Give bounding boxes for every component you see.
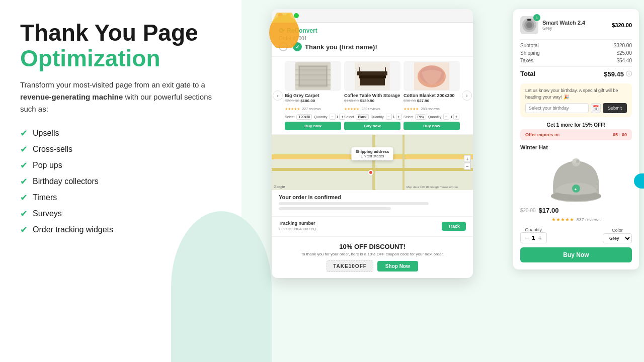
map-zoom: + −	[464, 155, 471, 170]
product-price-table: $150.00 $139.50	[344, 99, 400, 103]
product-carousel: ‹	[272, 57, 473, 135]
svg-rect-11	[359, 75, 386, 78]
subtext: Transform your most-visited page from an…	[20, 79, 221, 115]
birthday-input[interactable]	[525, 103, 589, 113]
tracking-section: Tracking number CJPCI909043087YQ Track	[272, 217, 473, 236]
svg-rect-14	[385, 67, 386, 71]
order-item-image: 1	[520, 16, 538, 34]
qty-minus-blanket[interactable]: −	[443, 114, 449, 120]
tracking-label: Tracking number	[279, 221, 316, 226]
tracking-row: Tracking number CJPCI909043087YQ Track	[279, 221, 466, 231]
qty-minus-carpet[interactable]: −	[330, 114, 336, 120]
check-icon: ✔	[20, 128, 28, 139]
product-image-carpet	[285, 61, 341, 91]
discount-title: 10% OFF DISCOUNT!	[279, 243, 466, 250]
color-control: Color Grey	[603, 228, 632, 243]
list-item: ✔Cross-sells	[20, 141, 221, 157]
product-price-carpet: $200.00 $186.00	[285, 99, 341, 103]
qty-plus-table[interactable]: +	[396, 114, 402, 120]
list-item: ✔Pop ups	[20, 157, 221, 173]
tracking-number: CJPCI909043087YQ	[279, 227, 316, 231]
track-button[interactable]: Track	[442, 222, 466, 231]
product-card-blanket: Cotton Blanket 200x300 $30.00 $27.90 ★★★…	[404, 61, 460, 130]
check-icon: ✔	[20, 144, 28, 155]
right-area: ⟳ ReConvert Order #1001 ○ ✓ Thank you (f…	[242, 0, 644, 362]
winter-hat-title: Winter Hat	[520, 144, 632, 150]
svg-rect-21	[527, 19, 531, 21]
discount-row: TAKE10OFF Shop Now	[279, 260, 466, 272]
summary-row-subtotal: Subtotal $320.00	[520, 43, 632, 48]
google-label: Google	[274, 185, 285, 189]
list-item: ✔Timers	[20, 190, 221, 206]
order-info: Order #1001	[279, 36, 466, 41]
zoom-out-btn[interactable]: −	[464, 163, 471, 170]
hat-rating-row: ★★★★★ 837 reviews	[520, 214, 632, 223]
hat-image: ✦	[546, 153, 606, 204]
color-select[interactable]: Grey	[603, 233, 632, 243]
hat-stars: ★★★★★	[551, 217, 574, 222]
heading-line1: Thank You Page Optimization	[20, 20, 221, 71]
product-stars-blanket: ★★★★★ 283 reviews	[404, 103, 460, 112]
svg-text:✦: ✦	[574, 188, 577, 191]
product-price-blanket: $30.00 $27.90	[404, 99, 460, 103]
buy-btn-carpet[interactable]: Buy now	[285, 122, 341, 130]
tracking-info: Tracking number CJPCI909043087YQ	[279, 221, 316, 231]
order-confirmed-section: Your order is confirmed	[272, 190, 473, 217]
discount-subtitle: To thank you for your order, here is a 1…	[279, 252, 466, 256]
line-placeholder	[279, 202, 429, 205]
check-icon: ✔	[20, 208, 28, 219]
carousel-arrow-right[interactable]: ›	[462, 90, 472, 101]
upsell-banner: Get 1 more for 15% OFF!	[520, 122, 632, 128]
item-badge: 1	[533, 14, 540, 21]
decorative-orange-shape	[267, 8, 302, 50]
shop-now-button[interactable]: Shop Now	[377, 261, 418, 272]
svg-point-27	[573, 159, 577, 163]
hat-reviews: 837 reviews	[577, 217, 601, 222]
discount-section: 10% OFF DISCOUNT! To thank you for your …	[272, 236, 473, 278]
quantity-stepper: − 1 +	[520, 232, 547, 243]
birthday-submit-button[interactable]: Submit	[603, 103, 627, 113]
select-row-table: Select Black Quantity − 1 +	[344, 114, 400, 120]
reconvert-logo: ⟳ ReConvert	[279, 27, 466, 35]
map-background: Shipping address United states + − Googl…	[272, 135, 473, 190]
item-name: Smart Watch 2.4	[542, 20, 585, 26]
order-confirmed-lines	[279, 202, 466, 210]
qty-minus-hat[interactable]: −	[525, 234, 529, 241]
divider	[520, 66, 632, 67]
check-icon: ✔	[20, 192, 28, 203]
zoom-in-btn[interactable]: +	[464, 155, 471, 162]
carousel-arrow-left[interactable]: ‹	[273, 90, 283, 101]
info-icon: ⓘ	[626, 70, 632, 78]
left-panel: Thank You Page Optimization Transform yo…	[0, 0, 242, 362]
svg-rect-13	[359, 67, 360, 71]
buy-btn-blanket[interactable]: Buy now	[404, 122, 460, 130]
list-item: ✔Surveys	[20, 206, 221, 222]
products-row: Big Grey Carpet $200.00 $186.00 ★★★★★ 22…	[272, 61, 473, 130]
buy-now-button[interactable]: Buy Now	[520, 247, 632, 262]
hat-old-price: $20.00	[520, 208, 536, 213]
qty-plus-blanket[interactable]: +	[453, 114, 459, 120]
product-card-carpet: Big Grey Carpet $200.00 $186.00 ★★★★★ 22…	[285, 61, 341, 130]
offer-expires: Offer expires in: 05 : 00	[520, 129, 632, 140]
qty-value-hat: 1	[532, 235, 535, 241]
summary-row-taxes: Taxes $54.40	[520, 58, 632, 63]
calendar-icon-button[interactable]: 📅	[591, 103, 601, 113]
browser-content: ⟳ ReConvert Order #1001 ○ ✓ Thank you (f…	[272, 23, 473, 278]
order-confirmed-title: Your order is confirmed	[279, 194, 466, 200]
check-icon: ✔	[20, 224, 28, 235]
thank-you-text: ○ ✓ Thank you (first name)!	[279, 42, 466, 51]
product-image-table	[344, 61, 400, 91]
hat-new-price: $17.00	[539, 207, 559, 214]
qty-plus-hat[interactable]: +	[538, 234, 542, 241]
list-item: ✔Order tracking widgets	[20, 222, 221, 238]
svg-rect-12	[360, 78, 385, 85]
item-price: $320.00	[612, 22, 632, 28]
feature-list: ✔Upsells ✔Cross-sells ✔Pop ups ✔Birthday…	[20, 125, 221, 238]
qty-box-blanket: − 1 +	[443, 114, 459, 120]
qty-minus-table[interactable]: −	[386, 114, 392, 120]
summary-row-shipping: Shipping $25.00	[520, 50, 632, 56]
list-item: ✔Birthday collectors	[20, 173, 221, 190]
buy-btn-table[interactable]: Buy now	[344, 122, 400, 130]
map-pin	[368, 170, 373, 175]
item-variant: Grey	[542, 26, 585, 31]
